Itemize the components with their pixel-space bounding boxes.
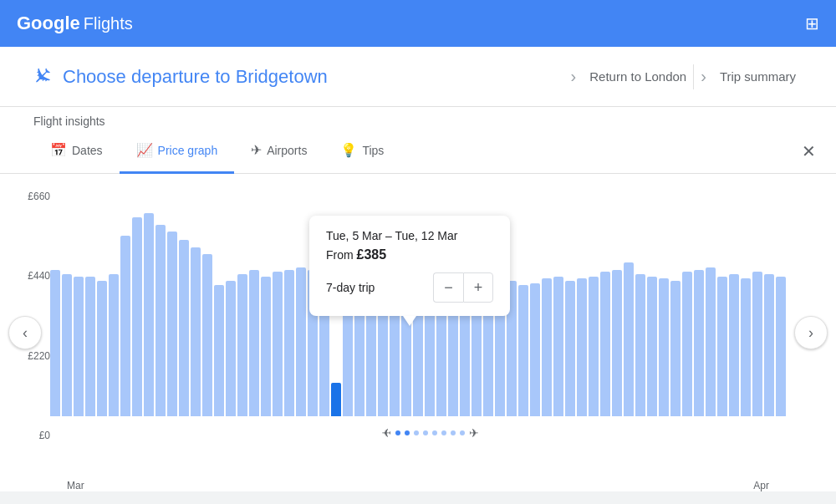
tab-price-graph-label: Price graph (158, 144, 218, 157)
bar-43[interactable] (553, 277, 563, 416)
bar-60[interactable] (752, 272, 762, 416)
breadcrumb-trip-summary[interactable]: Trip summary (713, 69, 803, 84)
bar-47[interactable] (600, 272, 610, 416)
bar-17[interactable] (249, 270, 259, 417)
logo-section: Google Flights (17, 13, 133, 34)
bar-59[interactable] (741, 278, 751, 416)
bar-58[interactable] (729, 274, 739, 416)
departure-title: Choose departure to Bridgetown (63, 66, 328, 88)
tab-price-graph[interactable]: 📈 Price graph (120, 129, 235, 174)
bar-48[interactable] (612, 270, 622, 417)
bar-62[interactable] (776, 277, 786, 416)
departure-section: ✈ Choose departure to Bridgetown (33, 63, 564, 90)
tooltip-price-value: £385 (357, 247, 387, 262)
bar-50[interactable] (635, 274, 645, 416)
nav-next-button[interactable]: › (794, 316, 828, 349)
bar-57[interactable] (717, 277, 727, 416)
tab-dates[interactable]: 📅 Dates (33, 129, 120, 174)
bar-53[interactable] (670, 281, 681, 416)
month-label-mar: Mar (67, 480, 84, 491)
nav-dot-7 (460, 430, 465, 435)
bar-12[interactable] (191, 247, 201, 417)
bar-0[interactable] (50, 270, 60, 417)
bar-54[interactable] (682, 272, 692, 416)
decrement-days-button[interactable]: − (433, 272, 463, 303)
price-graph-icon: 📈 (136, 142, 153, 158)
nav-prev-button[interactable]: ‹ (8, 316, 42, 349)
tab-tips[interactable]: 💡 Tips (324, 129, 400, 174)
bar-18[interactable] (261, 277, 271, 416)
bar-4[interactable] (97, 281, 107, 416)
price-tooltip: Tue, 5 Mar – Tue, 12 Mar From £385 7-day… (309, 216, 510, 316)
bar-24[interactable] (331, 383, 341, 417)
nav-dot-2 (414, 430, 419, 435)
tips-icon: 💡 (340, 142, 357, 158)
plane-icon: ✈ (27, 60, 60, 94)
calendar-icon: 📅 (50, 142, 67, 158)
bar-1[interactable] (62, 274, 72, 416)
bar-19[interactable] (273, 272, 283, 416)
chevron-icon-1: › (564, 67, 584, 86)
bar-44[interactable] (565, 281, 575, 416)
plane-marker-right: ✈ (469, 426, 479, 440)
bar-51[interactable] (647, 277, 657, 416)
bar-2[interactable] (74, 277, 84, 416)
tooltip-trip-duration: 7-day trip (326, 281, 375, 294)
tooltip-date: Tue, 5 Mar – Tue, 12 Mar (326, 229, 493, 242)
tabs-container: 📅 Dates 📈 Price graph ✈ Airports 💡 Tips … (0, 129, 836, 174)
bar-21[interactable] (296, 267, 306, 416)
tooltip-controls: − + (433, 272, 493, 303)
y-label-0: £0 (39, 430, 50, 441)
bar-15[interactable] (226, 281, 236, 416)
bar-42[interactable] (542, 278, 552, 416)
plane-marker-left: ✈ (381, 426, 391, 440)
tab-airports-label: Airports (267, 144, 307, 157)
tooltip-trip-row: 7-day trip − + (326, 272, 493, 303)
bar-52[interactable] (659, 278, 669, 416)
bar-49[interactable] (624, 262, 634, 416)
tab-airports[interactable]: ✈ Airports (234, 129, 324, 174)
bar-10[interactable] (167, 232, 177, 416)
bar-46[interactable] (589, 277, 599, 416)
plane-dots-wrapper: ✈✈ (381, 426, 479, 440)
close-button[interactable]: ✕ (798, 138, 819, 165)
bar-61[interactable] (764, 274, 774, 416)
bar-3[interactable] (85, 277, 95, 416)
bar-41[interactable] (530, 283, 540, 416)
bar-20[interactable] (284, 270, 294, 417)
tab-dates-label: Dates (72, 144, 103, 157)
tooltip-from-label: From (326, 248, 357, 262)
bar-56[interactable] (706, 267, 716, 416)
bar-6[interactable] (120, 236, 130, 416)
nav-dot-3 (423, 430, 428, 435)
bar-8[interactable] (144, 213, 154, 416)
apps-grid-icon[interactable]: ⊞ (805, 13, 819, 33)
airports-plane-icon: ✈ (251, 142, 262, 158)
breadcrumb-return[interactable]: Return to London (583, 69, 693, 84)
bar-40[interactable] (518, 285, 528, 416)
bar-16[interactable] (237, 274, 247, 416)
bar-45[interactable] (577, 278, 587, 416)
flight-insights-bar: Flight insights (0, 107, 836, 129)
increment-days-button[interactable]: + (463, 272, 493, 303)
bar-5[interactable] (109, 274, 119, 416)
nav-dot-1 (405, 430, 410, 435)
nav-dot-4 (432, 430, 437, 435)
tooltip-price: From £385 (326, 247, 493, 262)
chart-area: Tue, 5 Mar – Tue, 12 Mar From £385 7-day… (50, 191, 786, 441)
bar-7[interactable] (132, 217, 142, 416)
bar-11[interactable] (179, 240, 189, 416)
month-labels: Mar Apr (50, 480, 786, 491)
nav-dot-5 (441, 430, 446, 435)
y-label-440: £440 (28, 270, 50, 282)
tooltip-tail (403, 316, 416, 326)
bar-14[interactable] (214, 285, 224, 416)
bar-9[interactable] (155, 225, 166, 417)
nav-dot-0 (395, 430, 400, 435)
bar-13[interactable] (202, 254, 212, 416)
app-header: Google Flights ⊞ (0, 0, 836, 47)
google-wordmark: Google (17, 13, 80, 34)
chart-section: ‹ › £660 £440 £220 £0 Tue, 5 Mar – Tue, … (0, 174, 836, 491)
bar-55[interactable] (694, 270, 704, 417)
flights-label: Flights (84, 14, 133, 33)
